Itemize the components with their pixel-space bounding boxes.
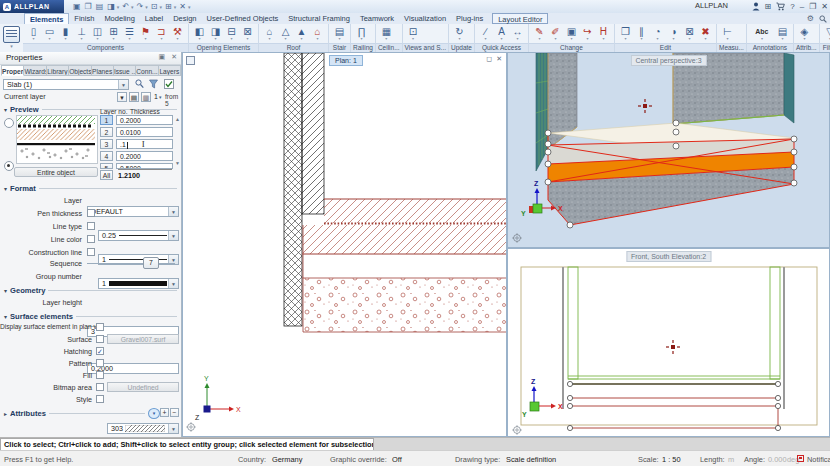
copy-icon[interactable]: ⊡ bbox=[150, 0, 159, 13]
construction-line-checkbox[interactable] bbox=[87, 248, 95, 256]
line-icon[interactable]: ∕▾ bbox=[478, 26, 493, 41]
modify-offset-icon[interactable]: ✎▾ bbox=[532, 26, 547, 41]
line-type-checkbox[interactable] bbox=[87, 222, 95, 230]
layer-dropdown-button[interactable]: ▾ bbox=[117, 92, 127, 102]
attributes-icon[interactable]: ◈▾ bbox=[797, 26, 812, 41]
window-icon-caret[interactable]: ▾ bbox=[174, 4, 177, 10]
elevation-title[interactable]: Front, South Elevation:2 bbox=[626, 251, 711, 262]
window-opening-icon[interactable]: ◨▾ bbox=[208, 26, 223, 41]
bitmap-area-checkbox[interactable] bbox=[96, 383, 104, 391]
stretch-icon[interactable]: ↪▾ bbox=[580, 26, 595, 41]
search-icon[interactable] bbox=[819, 15, 827, 23]
scale-value[interactable]: 1 : 50 bbox=[662, 455, 681, 464]
zoom-to-icon[interactable] bbox=[135, 79, 144, 89]
plan-viewport[interactable]: Y X Z Plan: 1 ◻ ✕ bbox=[182, 52, 507, 437]
menu-tab-plug-ins[interactable]: Plug-ins bbox=[451, 13, 488, 24]
demolition-icon[interactable]: ⚒▾ bbox=[170, 26, 185, 41]
dormer-icon[interactable]: ▲▾ bbox=[294, 26, 309, 41]
panel-tab-wizards[interactable]: Wizards bbox=[24, 65, 46, 76]
open-icon[interactable]: ❐ bbox=[84, 0, 93, 13]
surface-checkbox[interactable] bbox=[96, 335, 104, 343]
column-icon[interactable]: ▮▾ bbox=[58, 26, 73, 41]
measure-icon[interactable]: ⊢▾ bbox=[720, 26, 735, 41]
surface-section-header[interactable]: ▾Surface elements bbox=[4, 311, 177, 321]
downstand-beam-icon[interactable]: ▭▾ bbox=[42, 26, 57, 41]
delete-icon[interactable]: ✖▾ bbox=[698, 26, 713, 41]
pen-thickness-checkbox[interactable] bbox=[87, 209, 95, 217]
print-icon[interactable]: ◨ bbox=[106, 0, 116, 13]
drawing-type-value[interactable]: Scale definition bbox=[506, 455, 556, 464]
panel-tab-planes[interactable]: Planes bbox=[92, 65, 114, 76]
entire-object-button[interactable]: Entire object bbox=[14, 167, 98, 177]
layer-index[interactable]: 1 bbox=[154, 93, 158, 100]
table-scroll-down-icon[interactable]: ▼ bbox=[175, 160, 180, 166]
text-icon[interactable]: A▾ bbox=[494, 26, 509, 41]
layer-down-icon[interactable]: ▥ bbox=[141, 92, 151, 102]
copy-icon[interactable]: ❐▾ bbox=[618, 26, 633, 41]
restore-icon[interactable]: ❐ bbox=[809, 0, 816, 13]
help-icon[interactable]: ? bbox=[790, 0, 794, 13]
layer-index-caret[interactable]: ▾ bbox=[159, 94, 162, 100]
panel-tab-issue[interactable]: Issue ... bbox=[114, 65, 136, 76]
copy-properties-icon[interactable]: ▣▾ bbox=[564, 26, 579, 41]
menu-tab-layout-editor[interactable]: Layout Editor bbox=[492, 13, 548, 24]
viewport-menu-icon[interactable] bbox=[186, 56, 195, 65]
user-account-icon[interactable] bbox=[752, 2, 760, 11]
elevation-viewport[interactable]: Z X Y Front, South Elevation:2 bbox=[507, 248, 830, 437]
filter-icon[interactable]: ▽▾ bbox=[823, 26, 830, 41]
layer-style-select[interactable]: DEFAULT▼ bbox=[87, 206, 179, 217]
preview-radio-entire[interactable] bbox=[4, 161, 14, 171]
country-value[interactable]: Germany bbox=[272, 455, 302, 464]
save-icon[interactable]: ▤ bbox=[95, 0, 105, 13]
redo-icon-caret[interactable]: ▾ bbox=[145, 4, 148, 10]
style-checkbox[interactable] bbox=[96, 395, 104, 403]
geometry-section-header[interactable]: ▾Geometry bbox=[4, 285, 177, 295]
hatching-checkbox[interactable]: ✓ bbox=[96, 347, 104, 355]
roof-covering-icon[interactable]: ⌂▾ bbox=[310, 26, 325, 41]
layer-row-number[interactable]: 2 bbox=[100, 127, 113, 137]
menu-tab-elements[interactable]: Elements bbox=[24, 13, 69, 24]
layer-thickness-input[interactable]: 0.0100 bbox=[116, 127, 173, 137]
rotate-icon[interactable]: ◔▾ bbox=[650, 26, 665, 41]
menu-tab-finish[interactable]: Finish bbox=[69, 13, 99, 24]
roof-plane-icon[interactable]: ⌂▾ bbox=[262, 26, 277, 41]
menu-tab-modeling[interactable]: Modeling bbox=[99, 13, 139, 24]
preview-radio-section[interactable] bbox=[4, 118, 14, 128]
update-3d-icon[interactable]: ↻▾ bbox=[452, 26, 467, 41]
edit-points-icon[interactable]: ✐▾ bbox=[548, 26, 563, 41]
line-color-checkbox[interactable] bbox=[87, 235, 95, 243]
minimize-icon[interactable]: – bbox=[800, 0, 804, 13]
perspective-viewport[interactable]: Z X Y Central perspective:3 bbox=[507, 52, 830, 248]
sequence-slider-track[interactable] bbox=[87, 263, 175, 264]
attributes-menu-icon[interactable]: ▾ bbox=[148, 408, 160, 419]
layer-row-number[interactable]: 5 bbox=[100, 163, 113, 169]
plan-tab[interactable]: Plan: 1 bbox=[329, 55, 363, 66]
element-grid-icon[interactable]: ☰▾ bbox=[122, 26, 137, 41]
menu-tab-label[interactable]: Label bbox=[140, 13, 168, 24]
angle-value[interactable]: 0.000 bbox=[768, 455, 787, 464]
remove-attribute-icon[interactable]: − bbox=[170, 408, 179, 417]
railing-icon[interactable]: ∏▾ bbox=[354, 26, 369, 41]
connect-icon[interactable]: ⊐▾ bbox=[154, 26, 169, 41]
connect-grid-icon[interactable]: ⊞ bbox=[765, 0, 772, 13]
wall-icon[interactable]: ▯▾ bbox=[26, 26, 41, 41]
dimension-icon[interactable]: ↔▾ bbox=[510, 26, 525, 41]
layer-row-number[interactable]: 1 bbox=[100, 115, 113, 125]
copy-icon-caret[interactable]: ▾ bbox=[160, 4, 163, 10]
menu-tab-user-defined-objects[interactable]: User-Defined Objects bbox=[202, 13, 284, 24]
attributes-section-header[interactable]: ▸Attributes bbox=[4, 408, 145, 418]
length-value[interactable]: m bbox=[728, 455, 734, 464]
menu-tab-teamwork[interactable]: Teamwork bbox=[355, 13, 399, 24]
layer-row-number[interactable]: 3 bbox=[100, 139, 113, 149]
smart-wall-icon[interactable]: ⚑▾ bbox=[138, 26, 153, 41]
close-icon[interactable]: ✕ bbox=[821, 0, 828, 13]
undo-icon[interactable]: ↶ bbox=[121, 0, 130, 13]
hatching-select[interactable]: 303 ▼ bbox=[107, 423, 179, 434]
sequence-slider-thumb[interactable]: 7 bbox=[143, 257, 159, 269]
layer-thickness-input[interactable]: 0.2000 bbox=[116, 115, 173, 125]
tools-icon[interactable]: ✕ bbox=[178, 0, 187, 13]
layer-row-number[interactable]: 4 bbox=[100, 151, 113, 161]
add-attribute-icon[interactable]: + bbox=[160, 408, 169, 417]
task-board-button[interactable]: ▾ bbox=[2, 25, 21, 51]
close-panel-icon[interactable]: ✕ bbox=[171, 53, 177, 61]
